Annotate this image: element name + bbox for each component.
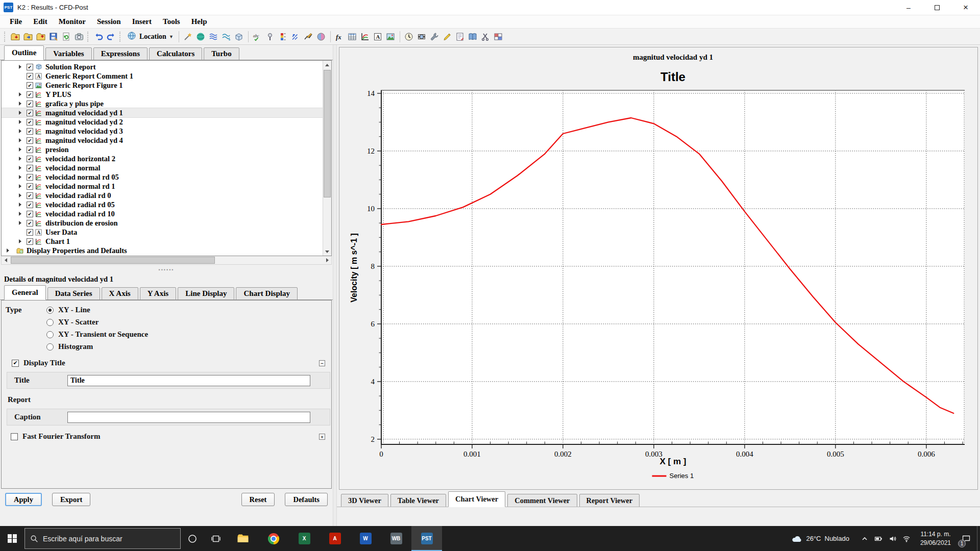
details-tab-x-axis[interactable]: X Axis xyxy=(102,287,138,300)
type-option-xy-scatter[interactable]: XY - Scatter xyxy=(46,318,148,327)
tree-item-checkbox[interactable]: ✔ xyxy=(27,82,33,89)
tree-item-checkbox[interactable]: ✔ xyxy=(27,91,33,98)
tree-item[interactable]: ✔AUser Data xyxy=(2,228,331,237)
viewer-tab-comment-viewer[interactable]: Comment Viewer xyxy=(507,494,577,507)
load-results-icon[interactable] xyxy=(9,30,21,43)
title-input[interactable] xyxy=(67,375,310,386)
tree-vertical-scrollbar[interactable] xyxy=(323,61,331,256)
tree-item-checkbox[interactable]: ✔ xyxy=(27,64,33,70)
tree-item[interactable]: ✔velocidad normal xyxy=(2,163,331,172)
action-center-button[interactable]: 1 xyxy=(955,526,977,551)
tree-item-checkbox[interactable]: ✔ xyxy=(27,211,33,217)
tree-item[interactable]: ✔Y PLUS xyxy=(2,90,331,99)
turbo-wave-icon[interactable] xyxy=(220,30,233,43)
panel-splitter[interactable]: •••••• xyxy=(0,265,333,275)
type-option-histogram[interactable]: Histogram xyxy=(46,342,148,351)
tree-expand-icon[interactable] xyxy=(19,175,27,179)
defaults-button[interactable]: Defaults xyxy=(285,493,328,506)
menu-insert[interactable]: Insert xyxy=(127,16,157,27)
location-dropdown[interactable]: Location▼ xyxy=(124,30,176,43)
viewer-tab-3d-viewer[interactable]: 3D Viewer xyxy=(341,494,388,507)
weather-widget[interactable]: 26°C Nublado xyxy=(785,526,855,551)
state-board-icon[interactable] xyxy=(492,30,505,43)
collapse-icon[interactable]: − xyxy=(319,360,325,366)
redo-icon[interactable] xyxy=(105,30,117,43)
tree-item[interactable]: ✔velocidad radial rd 05 xyxy=(2,200,331,209)
menu-session[interactable]: Session xyxy=(91,16,127,27)
snapshot-camera-icon[interactable] xyxy=(72,30,85,43)
tab-calculators[interactable]: Calculators xyxy=(149,47,202,60)
function-calculator-icon[interactable]: fx xyxy=(333,30,346,43)
taskbar-app-chrome[interactable] xyxy=(258,526,289,551)
tree-expand-icon[interactable] xyxy=(19,92,27,96)
details-tab-line-display[interactable]: Line Display xyxy=(178,287,234,300)
reset-button[interactable]: Reset xyxy=(241,493,275,506)
tree-item-checkbox[interactable]: ✔ xyxy=(27,174,33,181)
details-tab-chart-display[interactable]: Chart Display xyxy=(236,287,297,300)
tab-variables[interactable]: Variables xyxy=(45,47,91,60)
tree-item-checkbox[interactable]: ✔ xyxy=(27,146,33,153)
tree-item[interactable]: ✔velocidad normal rd 05 xyxy=(2,172,331,182)
taskbar-app-excel[interactable]: X xyxy=(289,526,320,551)
tree-item-checkbox[interactable]: ✔ xyxy=(27,202,33,208)
tree-expand-icon[interactable] xyxy=(19,129,27,133)
scroll-down-icon[interactable] xyxy=(323,247,331,256)
undo-icon[interactable] xyxy=(92,30,105,43)
tree-item-checkbox[interactable]: ✔ xyxy=(27,229,33,236)
tree-item[interactable]: ✔magnitud velocidad yd 3 xyxy=(2,127,331,136)
tree-item-checkbox[interactable]: ✔ xyxy=(27,183,33,190)
taskbar-app-acrobat[interactable]: A xyxy=(320,526,350,551)
tree-expand-icon[interactable] xyxy=(19,184,27,188)
tab-turbo[interactable]: Turbo xyxy=(204,47,239,60)
tree-expand-icon[interactable] xyxy=(7,248,14,253)
tree-expand-icon[interactable] xyxy=(19,157,27,161)
viewer-tab-table-viewer[interactable]: Table Viewer xyxy=(390,494,446,507)
vector-grid-icon[interactable] xyxy=(289,30,302,43)
tree-expand-icon[interactable] xyxy=(19,147,27,152)
menu-monitor[interactable]: Monitor xyxy=(53,16,91,27)
figure-image-icon[interactable] xyxy=(384,30,397,43)
report-book-icon[interactable] xyxy=(467,30,479,43)
fft-checkbox[interactable] xyxy=(11,433,18,440)
tree-item-checkbox[interactable]: ✔ xyxy=(27,128,33,135)
tree-expand-icon[interactable] xyxy=(19,203,27,207)
tab-expressions[interactable]: Expressions xyxy=(93,47,148,60)
tree-item[interactable]: ✔Solution Report xyxy=(2,62,331,71)
animation-film-icon[interactable] xyxy=(415,30,428,43)
tree-item-checkbox[interactable]: ✔ xyxy=(27,165,33,171)
menu-help[interactable]: Help xyxy=(186,16,213,27)
tree-expand-icon[interactable] xyxy=(19,239,27,243)
volume-box-icon[interactable] xyxy=(233,30,246,43)
details-tab-general[interactable]: General xyxy=(4,285,46,300)
details-tab-y-axis[interactable]: Y Axis xyxy=(140,287,177,300)
tree-item[interactable]: ✔presion xyxy=(2,145,331,154)
tree-item-checkbox[interactable]: ✔ xyxy=(27,119,33,126)
tree-item-checkbox[interactable]: ✔ xyxy=(27,137,33,144)
taskbar-app-cfd-post[interactable]: PST xyxy=(411,526,442,551)
quick-editor-wrench-icon[interactable] xyxy=(428,30,441,43)
tree-item[interactable]: ✔Generic Report Figure 1 xyxy=(2,81,331,90)
task-view-button[interactable] xyxy=(204,526,228,551)
text-comment-icon[interactable]: A xyxy=(372,30,384,43)
apply-button[interactable]: Apply xyxy=(5,493,42,506)
tree-expand-icon[interactable] xyxy=(19,193,27,197)
tree-expand-icon[interactable] xyxy=(19,221,27,225)
expand-icon[interactable]: + xyxy=(319,434,325,440)
horizontal-scroll-thumb[interactable] xyxy=(11,257,215,264)
tree-item[interactable]: ✔velocidad normal rd 1 xyxy=(2,182,331,191)
tab-outline[interactable]: Outline xyxy=(4,45,44,60)
tree-expand-icon[interactable] xyxy=(19,212,27,216)
tree-expand-icon[interactable] xyxy=(19,138,27,142)
tree-item[interactable]: ✔Chart 1 xyxy=(2,237,331,246)
taskbar-clock[interactable]: 11:14 p. m. 29/06/2021 xyxy=(916,526,955,551)
streamline-wave-icon[interactable] xyxy=(207,30,220,43)
tree-expand-icon[interactable] xyxy=(19,166,27,170)
tree-item-checkbox[interactable]: ✔ xyxy=(27,192,33,199)
vertical-scroll-thumb[interactable] xyxy=(324,70,331,197)
tree-horizontal-scrollbar[interactable] xyxy=(1,256,332,265)
scroll-up-icon[interactable] xyxy=(323,61,331,69)
taskbar-app-file-explorer[interactable] xyxy=(228,526,258,551)
chart-canvas[interactable]: 246810121400.0010.0020.0030.0040.0050.00… xyxy=(339,47,978,490)
chart-icon[interactable] xyxy=(359,30,372,43)
maximize-button[interactable] xyxy=(923,0,951,15)
